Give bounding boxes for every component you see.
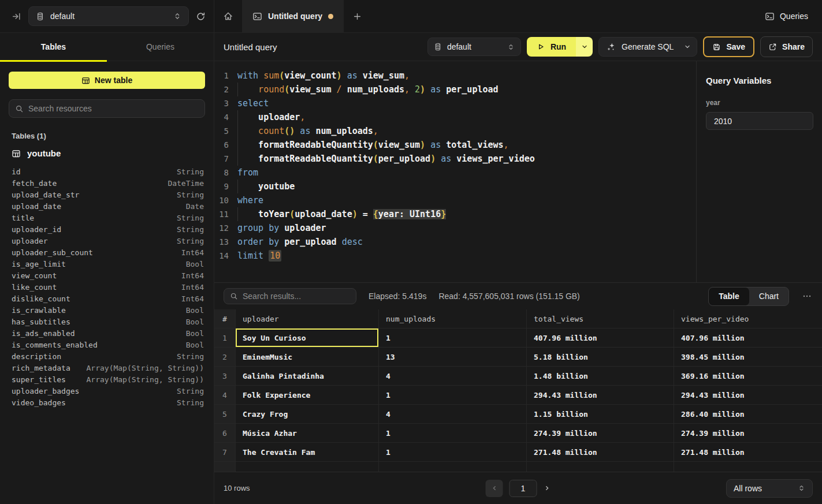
- tables-section-label: Tables (1): [12, 132, 205, 140]
- code-line[interactable]: 8from: [214, 166, 696, 180]
- previous-page-button[interactable]: [486, 480, 503, 497]
- column-name: fetch_date: [12, 179, 57, 188]
- table-cell[interactable]: 5.18 billion: [527, 348, 674, 367]
- results-search-input[interactable]: [243, 292, 350, 301]
- current-page[interactable]: 1: [509, 480, 537, 497]
- table-cell[interactable]: 1: [379, 424, 527, 443]
- new-tab-button[interactable]: [344, 0, 370, 32]
- generate-sql-button[interactable]: Generate SQL: [598, 37, 697, 57]
- code-text: uploader,: [237, 110, 305, 124]
- code-line[interactable]: 10where: [214, 193, 696, 207]
- code-line[interactable]: 6formatReadableQuantity(view_sum) as tot…: [214, 138, 696, 152]
- code-line[interactable]: 7formatReadableQuantity(per_upload) as v…: [214, 152, 696, 166]
- table-cell[interactable]: 4: [379, 405, 527, 424]
- row-number: 4: [214, 386, 236, 405]
- table-cell[interactable]: 13: [379, 348, 527, 367]
- run-button[interactable]: Run: [527, 37, 576, 57]
- code-text: count() as num_uploads,: [237, 124, 378, 138]
- next-page-button[interactable]: [544, 484, 551, 492]
- table-cell[interactable]: The Crevatin Fam: [236, 443, 379, 462]
- table-cell[interactable]: 1: [379, 386, 527, 405]
- code-line[interactable]: 4uploader,: [214, 110, 696, 124]
- table-cell[interactable]: 398.45 million: [674, 348, 822, 367]
- home-button[interactable]: [214, 0, 242, 32]
- column-def: fetch_dateDateTime: [9, 177, 205, 189]
- table-cell[interactable]: 294.43 million: [674, 386, 822, 405]
- code-line[interactable]: 1with sum(view_count) as view_sum,: [214, 69, 696, 83]
- code-line[interactable]: 12group by uploader: [214, 221, 696, 235]
- view-toggle-chart[interactable]: Chart: [749, 288, 788, 305]
- table-cell[interactable]: 271.48 million: [674, 443, 822, 462]
- code-line[interactable]: 9youtube: [214, 180, 696, 193]
- column-def: idString: [9, 166, 205, 177]
- line-number: 13: [214, 235, 237, 249]
- table-cell[interactable]: 294.43 million: [527, 386, 674, 405]
- more-options-button[interactable]: [801, 292, 813, 301]
- column-header-num-uploads[interactable]: num_uploads: [379, 309, 527, 328]
- new-table-button[interactable]: New table: [9, 72, 205, 89]
- collapse-sidebar-button[interactable]: [12, 12, 21, 21]
- row-number: 2: [214, 348, 236, 367]
- table-cell[interactable]: 286.40 million: [674, 405, 822, 424]
- table-cell[interactable]: Soy Un Curioso: [236, 328, 379, 348]
- table-cell[interactable]: 271.48 million: [527, 443, 674, 462]
- table-cell[interactable]: 274.39 million: [674, 424, 822, 443]
- page-size-selector[interactable]: All rows: [726, 479, 813, 498]
- tab-queries[interactable]: Queries: [107, 33, 214, 61]
- column-name: upload_date_str: [12, 191, 79, 199]
- refresh-icon: [196, 12, 206, 21]
- table-cell[interactable]: 1: [379, 328, 527, 348]
- view-toggle-table[interactable]: Table: [709, 288, 749, 305]
- table-cell[interactable]: 1.15 billion: [527, 405, 674, 424]
- resource-search-input[interactable]: [28, 104, 199, 113]
- queries-button[interactable]: Queries: [765, 0, 822, 32]
- column-header-views-per-video[interactable]: views_per_video: [674, 309, 822, 328]
- tab-untitled-query[interactable]: Untitled query: [242, 0, 344, 32]
- table-cell[interactable]: 1.48 billion: [527, 367, 674, 386]
- tab-label: Untitled query: [268, 12, 322, 21]
- sql-editor[interactable]: 1with sum(view_count) as view_sum,2round…: [214, 61, 696, 282]
- column-header-total-views[interactable]: total_views: [527, 309, 674, 328]
- save-button[interactable]: Save: [703, 36, 754, 57]
- column-def: uploader_sub_countInt64: [9, 247, 205, 258]
- column-list: idStringfetch_dateDateTimeupload_date_st…: [9, 166, 205, 408]
- table-row: 1Soy Un Curioso1407.96 million407.96 mil…: [214, 328, 822, 348]
- query-title: Untitled query: [224, 42, 277, 52]
- table-cell[interactable]: 1: [379, 443, 527, 462]
- code-line[interactable]: 11toYear(upload_date) = {year: UInt16}: [214, 207, 696, 221]
- table-cell[interactable]: Galinha Pintadinha: [236, 367, 379, 386]
- table-cell[interactable]: EminemMusic: [236, 348, 379, 367]
- column-type: DateTime: [168, 179, 204, 188]
- code-line[interactable]: 3select: [214, 96, 696, 110]
- sidebar-item-youtube-table[interactable]: youtube: [12, 148, 205, 158]
- table-cell[interactable]: 407.96 million: [674, 328, 822, 348]
- column-def: has_subtitlesBool: [9, 316, 205, 327]
- code-line[interactable]: 13order by per_upload desc: [214, 235, 696, 249]
- table-cell: [236, 462, 379, 472]
- page-size-value: All rows: [734, 484, 762, 493]
- code-line[interactable]: 2round(view_sum / num_uploads, 2) as per…: [214, 83, 696, 96]
- table-cell[interactable]: Folk Experience: [236, 386, 379, 405]
- table-cell[interactable]: 274.39 million: [527, 424, 674, 443]
- table-cell[interactable]: 407.96 million: [527, 328, 674, 348]
- table-cell[interactable]: 369.16 million: [674, 367, 822, 386]
- app-shell: Tables Queries New table Tables (1) yout…: [0, 33, 822, 504]
- database-selector[interactable]: default: [427, 38, 521, 56]
- row-number: 5: [214, 405, 236, 424]
- home-icon: [223, 11, 233, 21]
- code-line[interactable]: 5count() as num_uploads,: [214, 124, 696, 138]
- share-button[interactable]: Share: [760, 36, 813, 57]
- run-options-button[interactable]: [576, 37, 593, 57]
- table-cell[interactable]: Crazy Frog: [236, 405, 379, 424]
- column-header-uploader[interactable]: uploader: [236, 309, 379, 328]
- code-line[interactable]: 14limit 10: [214, 249, 696, 263]
- tab-tables[interactable]: Tables: [0, 33, 107, 61]
- chevron-up-down-icon: [798, 484, 805, 492]
- code-lines: 1with sum(view_count) as view_sum,2round…: [214, 69, 696, 263]
- database-selector[interactable]: default: [28, 6, 189, 26]
- table-cell[interactable]: Música Azhar: [236, 424, 379, 443]
- variable-year-input[interactable]: [706, 112, 813, 130]
- column-name: uploader: [12, 237, 48, 245]
- table-cell[interactable]: 4: [379, 367, 527, 386]
- refresh-button[interactable]: [196, 12, 206, 21]
